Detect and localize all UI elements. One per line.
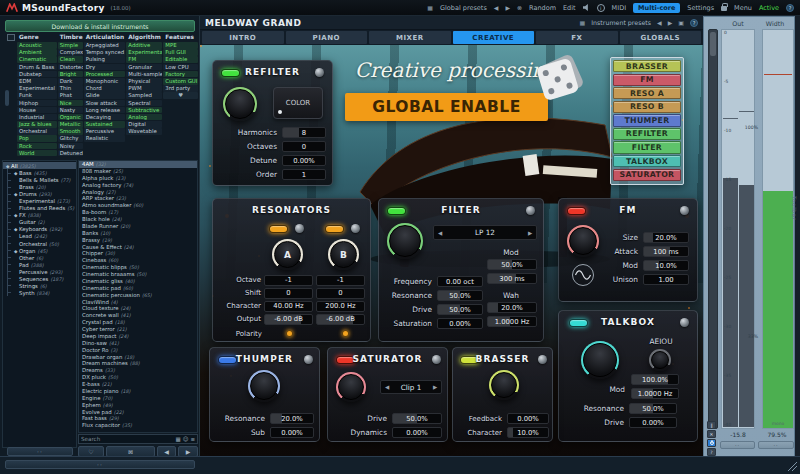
instrument-list-item[interactable]: Cloud texture(24) [79,305,197,312]
instrument-list-item[interactable]: DX pluck(50) [79,374,197,381]
filter-tag[interactable]: Detuned [58,150,83,157]
instrument-list-item[interactable]: Blade Runner(20) [79,223,197,230]
smiley-icon[interactable]: ☺ [183,436,189,442]
filter-tag[interactable]: Organic [58,114,83,121]
mod-value-field[interactable]: 100.0% [631,374,679,385]
out-options-button[interactable]: ·· [720,441,755,449]
width-options-button[interactable]: ·· [758,441,794,449]
instrument-list-item[interactable]: Cyber terror(21) [79,326,197,333]
filter-tag[interactable]: Experimental [126,49,162,56]
filter-tag[interactable]: Acoustic [17,42,57,49]
active-status[interactable]: Active [759,4,779,12]
filter-tag[interactable]: Low CPU [163,64,198,71]
filter-tag[interactable]: Funk [17,92,57,99]
resize-grip[interactable] [788,462,797,471]
tree-item[interactable]: ◆Drums(293) [3,190,76,197]
filter-tag[interactable]: Thin [58,85,83,92]
filter-tag[interactable]: Sampled [126,92,162,99]
filter-tag[interactable]: Dark [58,78,83,85]
global-presets-button[interactable]: Global presets [440,4,487,12]
filter-tag[interactable]: Experimental [17,85,57,92]
filter-tag[interactable]: Smooth [58,128,83,135]
instrument-list-item[interactable]: Flux capacitor(35) [79,422,197,429]
instrument-list-item[interactable]: E-bass(21) [79,381,197,388]
info-icon[interactable]: i [597,4,605,12]
instrument-list-item[interactable]: Fast bass(29) [79,415,197,422]
param-value-field[interactable]: 0.00 oct [437,276,483,287]
instrument-list-item[interactable]: Ephem(49) [79,402,197,409]
filter-tag[interactable]: Nice [58,100,83,107]
page-tab[interactable]: INTRO [202,31,284,44]
module-toggle-button[interactable]: BRASSER [613,60,681,72]
instrument-list-item[interactable]: Deep impact(24) [79,333,197,340]
filter-tag[interactable]: Slow attack [84,100,126,107]
preset-sphere-icon[interactable] [538,355,547,364]
keyboard-icon[interactable]: ▦ [175,436,180,442]
instrument-list-item[interactable]: Engine(70) [79,395,197,402]
preset-sphere-icon[interactable] [680,206,689,215]
filter-tag[interactable]: Long release [84,107,126,114]
help-icon[interactable]: ? [690,19,698,27]
instrument-list-item[interactable]: Banks(10) [79,230,197,237]
close-preset-icon[interactable]: ⊗ [517,4,522,11]
page-tab[interactable]: GLOBALS [620,31,702,44]
filter-tag[interactable]: Spectral [126,100,162,107]
param-value-field-a[interactable]: -1 [264,275,313,286]
filter-tag[interactable]: PWM [126,85,162,92]
page-tab[interactable]: FX [536,31,618,44]
talkbox-knob[interactable] [581,341,619,379]
next-preset-icon[interactable]: ▶ [505,4,510,11]
fm-knob[interactable] [567,225,599,257]
filter-tag[interactable]: ♥ [163,92,198,99]
filter-tag[interactable]: Ambient [17,49,57,56]
instrument-list-item[interactable]: Dream machines(88) [79,360,197,367]
filter-tag[interactable]: Phat [58,92,83,99]
filter-tag[interactable]: EDM [17,78,57,85]
tree-item[interactable]: ◆Flutes and Reeds(5) [3,204,76,211]
resonator-b-knob[interactable]: B [328,239,359,270]
tree-item[interactable]: ◆Bells & Mallets(77) [3,176,76,183]
tree-collapse-button[interactable]: ·· [7,447,73,456]
thumper-knob[interactable] [248,370,280,402]
param-value-field-a[interactable]: -6.00 dB [264,314,313,325]
speaker-icon[interactable] [583,4,590,11]
filter-tag[interactable]: Dubstep [17,71,57,78]
filter-tag[interactable]: Realistic [84,135,126,142]
preset-sphere-icon[interactable] [680,318,689,327]
param-value-field[interactable]: 0.00% [392,427,442,438]
multicore-toggle[interactable]: Multi-core [633,3,680,13]
filter-tag[interactable]: Analog [126,114,162,121]
instrument-list-item[interactable]: Atmo soundmaker(60) [79,202,197,209]
instrument-list-item[interactable]: Chipper(30) [79,250,197,257]
filter-tag[interactable]: Chord [84,85,126,92]
filter-tag[interactable]: Multi-sampled [126,71,162,78]
mod-value-field[interactable]: 50.0% [487,259,537,270]
tree-expander-icon[interactable]: ◆ [14,170,19,177]
tree-item[interactable]: ◆Lead(242) [3,232,76,239]
filter-tag[interactable]: Hiphop [17,100,57,107]
filter-tag[interactable]: Factory [163,71,198,78]
brasser-knob[interactable] [489,370,519,400]
filter-tag[interactable]: Tempo synced [84,49,126,56]
filter-tag[interactable]: Full GUI [163,49,198,56]
param-value-field-b[interactable]: 0 [316,288,365,299]
arrow-left-icon[interactable]: ◀ [381,384,393,390]
filter-scrollbar[interactable] [5,90,9,106]
help-icon[interactable]: ? [707,448,716,456]
module-toggle-button[interactable]: RESO B [613,101,681,113]
lock-icon[interactable] [721,6,727,11]
instrument-list-item[interactable]: Dino-saw(41) [79,340,197,347]
help-icon[interactable]: ? [786,4,794,12]
resonator-a-knob[interactable]: A [272,239,303,270]
tree-expander-icon[interactable]: ◆ [14,191,19,198]
filter-tag[interactable]: Decaying [84,114,126,121]
instrument-list-item[interactable]: Analog factory(74) [79,182,197,189]
module-toggle-button[interactable]: TALKBOX [613,155,681,167]
instrument-list-item[interactable]: 4AM(32) [79,161,197,168]
wah-value-field[interactable]: 1.0000 Hz [487,316,537,327]
tree-item[interactable]: ◆Organ(45) [3,247,76,254]
filter-tag[interactable]: Sustained [84,121,126,128]
filter-tag[interactable]: Arpeggiated [84,42,126,49]
filter-checkbox[interactable] [7,34,15,41]
pause-icon[interactable]: ∥ [707,421,716,429]
